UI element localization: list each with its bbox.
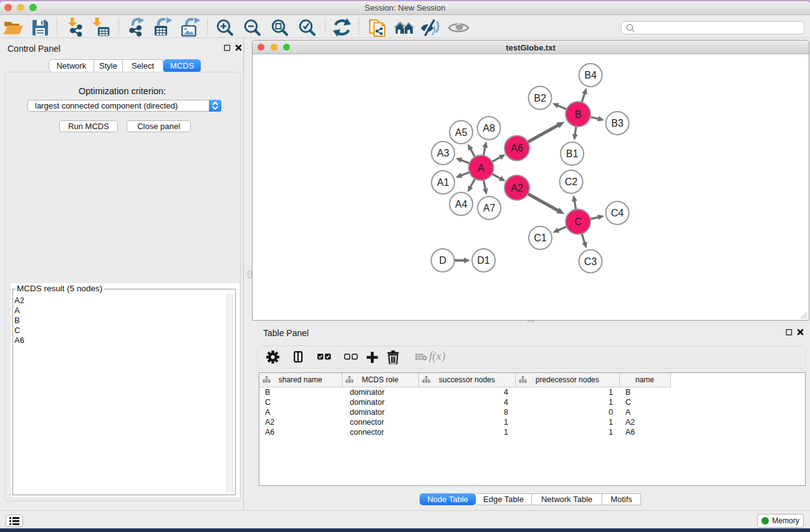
- svg-text:C: C: [574, 216, 582, 227]
- svg-text:B2: B2: [534, 93, 546, 104]
- svg-text:D: D: [439, 255, 446, 266]
- svg-text:A8: A8: [483, 123, 495, 133]
- svg-text:C2: C2: [565, 177, 578, 187]
- svg-text:B4: B4: [584, 70, 597, 80]
- svg-text:A4: A4: [455, 199, 468, 210]
- svg-text:A2: A2: [511, 183, 523, 193]
- svg-text:B1: B1: [566, 148, 579, 159]
- svg-text:A6: A6: [511, 143, 523, 153]
- svg-text:A7: A7: [483, 203, 496, 213]
- svg-text:B: B: [575, 109, 582, 120]
- svg-text:B3: B3: [611, 118, 624, 128]
- svg-text:D1: D1: [477, 255, 490, 266]
- svg-text:C3: C3: [584, 256, 597, 267]
- svg-text:A1: A1: [437, 177, 450, 188]
- svg-text:A5: A5: [455, 127, 468, 138]
- svg-text:C1: C1: [534, 233, 547, 243]
- svg-text:A: A: [478, 163, 485, 173]
- svg-text:C4: C4: [611, 208, 624, 218]
- svg-text:A3: A3: [437, 148, 450, 158]
